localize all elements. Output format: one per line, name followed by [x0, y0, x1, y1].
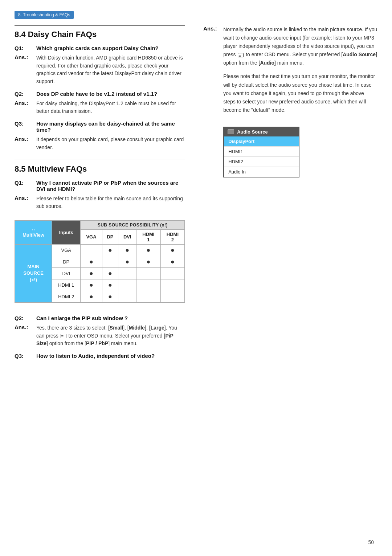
dp-dvi: ●	[118, 256, 136, 267]
section-84-title: 8.4 Daisy Chain FAQs	[15, 30, 185, 39]
page-container: 8. Troubleshooting & FAQs 8.4 Daisy Chai…	[0, 0, 392, 556]
vga-hdmi1: ●	[136, 244, 160, 256]
q3-text: How many displays can be daisy-chained a…	[36, 120, 185, 133]
sub-source-header: SUB SOURCE POSSIBILITY (x!)	[81, 220, 185, 229]
page-number: 50	[368, 539, 374, 545]
a1-text: With Daisy chain function, AMD graphic c…	[36, 54, 185, 86]
qa-row-85-q1: Q1: Why I cannot activate PiP or PbP whe…	[15, 180, 185, 192]
audio-source-item-hdmi1[interactable]: HDMI1	[224, 147, 299, 157]
dp-dp	[102, 256, 118, 267]
qa-block-85-q2: Q2: Can I enlarge the PiP sub window ? A…	[15, 315, 185, 348]
right-ans-label: Ans.:	[203, 25, 223, 119]
qa-block-84-q1: Q1: Which graphic cards can support Dais…	[15, 45, 185, 86]
dvi-hdmi2	[160, 267, 185, 279]
multiview-table: ↔ MultiView Inputs SUB SOURCE POSSIBILIT…	[15, 220, 185, 303]
dp-vga: ●	[81, 256, 102, 267]
audio-icon	[228, 129, 234, 134]
right-column: Ans.: Normally the audio source is linke…	[196, 25, 377, 364]
vga-dvi: ●	[118, 244, 136, 256]
hdmi1-dp: ●	[102, 279, 118, 291]
qa-row-q1: Q1: Which graphic cards can support Dais…	[15, 45, 185, 51]
audio-source-widget: Audio Source DisplayPort HDMI1 HDMI2 Aud…	[223, 127, 299, 177]
qa-row-85-q3: Q3: How to listen to Audio, independent …	[15, 353, 185, 359]
hdmi1-hdmi2	[160, 279, 185, 291]
qa-row-q2: Q2: Does DP cable have to be v1.2 instea…	[15, 91, 185, 97]
qa-row-85-a1: Ans.: Please refer to below table for th…	[15, 195, 185, 210]
two-column-layout: 8.4 Daisy Chain FAQs Q1: Which graphic c…	[15, 25, 377, 364]
hdmi1-vga: ●	[81, 279, 102, 291]
inputs-header: Inputs	[52, 220, 81, 244]
q3-label: Q3:	[15, 120, 36, 133]
a85-1-text: Please refer to below table for the main…	[36, 195, 185, 210]
row-hdmi1-label: HDMI 1	[52, 279, 81, 291]
audio-source-header: Audio Source	[224, 127, 299, 136]
hdmi2-vga: ●	[81, 291, 102, 302]
row-dvi-label: DVI	[52, 267, 81, 279]
audio-widget-wrapper: Audio Source DisplayPort HDMI1 HDMI2 Aud…	[223, 127, 377, 177]
section-85-title: 8.5 Multiview FAQs	[15, 164, 185, 174]
hdmi1-dvi	[118, 279, 136, 291]
qa-block-85-q3: Q3: How to listen to Audio, independent …	[15, 353, 185, 359]
q2-label: Q2:	[15, 91, 36, 97]
qa-row-a3: Ans.: It depends on your graphic card, p…	[15, 136, 185, 151]
main-source-cell: MAINSOURCE(x!)	[15, 244, 52, 302]
q85-2-text: Can I enlarge the PiP sub window ?	[36, 315, 185, 321]
qa-block-84-q3: Q3: How many displays can be daisy-chain…	[15, 120, 185, 151]
qa-block-85-q1: Q1: Why I cannot activate PiP or PbP whe…	[15, 180, 185, 210]
audio-source-item-displayport[interactable]: DisplayPort	[224, 136, 299, 147]
q1-label: Q1:	[15, 45, 36, 51]
section-84-header: 8.4 Daisy Chain FAQs	[15, 25, 185, 39]
q85-2-label: Q2:	[15, 315, 36, 321]
col-dvi: DVI	[118, 229, 136, 244]
left-column: 8.4 Daisy Chain FAQs Q1: Which graphic c…	[15, 25, 196, 364]
q85-1-label: Q1:	[15, 180, 36, 192]
q2-text: Does DP cable have to be v1.2 instead of…	[36, 91, 185, 97]
a3-text: It depends on your graphic card, please …	[36, 136, 185, 151]
dp-hdmi1: ●	[136, 256, 160, 267]
audio-source-item-hdmi2[interactable]: HDMI2	[224, 157, 299, 167]
q85-3-label: Q3:	[15, 353, 36, 359]
q1-text: Which graphic cards can support Daisy Ch…	[36, 45, 185, 51]
col-vga: VGA	[81, 229, 102, 244]
a85-2-text: Yes, there are 3 sizes to select: [Small…	[36, 324, 185, 348]
hdmi2-hdmi2	[160, 291, 185, 302]
hdmi1-hdmi1	[136, 279, 160, 291]
audio-source-title: Audio Source	[237, 129, 268, 135]
qa-row-85-a2: Ans.: Yes, there are 3 sizes to select: …	[15, 324, 185, 348]
hdmi2-dp: ●	[102, 291, 118, 302]
breadcrumb: 8. Troubleshooting & FAQs	[15, 11, 74, 19]
dvi-vga: ●	[81, 267, 102, 279]
col-dp: DP	[102, 229, 118, 244]
hdmi2-hdmi1	[136, 291, 160, 302]
qa-row-85-q2: Q2: Can I enlarge the PiP sub window ?	[15, 315, 185, 321]
right-ans-row: Ans.: Normally the audio source is linke…	[203, 25, 377, 119]
row-vga-label: VGA	[52, 244, 81, 256]
a1-label: Ans.:	[15, 54, 36, 86]
dvi-hdmi1	[136, 267, 160, 279]
multiview-cell: ↔ MultiView	[15, 220, 52, 244]
vga-vga	[81, 244, 102, 256]
section-85-header: 8.5 Multiview FAQs	[15, 164, 185, 174]
section-divider-85	[15, 159, 185, 159]
osd-icon	[61, 334, 66, 338]
a3-label: Ans.:	[15, 136, 36, 151]
audio-source-item-audioin[interactable]: Audio In	[224, 167, 299, 177]
q85-1-text: Why I cannot activate PiP or PbP when th…	[36, 180, 185, 192]
dvi-dp: ●	[102, 267, 118, 279]
a85-2-label: Ans.:	[15, 324, 36, 348]
vga-hdmi2: ●	[160, 244, 185, 256]
col-hdmi2: HDMI2	[160, 229, 185, 244]
multiview-table-container: ↔ MultiView Inputs SUB SOURCE POSSIBILIT…	[15, 220, 185, 303]
q85-3-text: How to listen to Audio, independent of v…	[36, 353, 185, 359]
osd-icon-right	[238, 53, 244, 57]
right-ans-text: Normally the audio source is linked to t…	[223, 25, 377, 119]
col-hdmi1: HDMI1	[136, 229, 160, 244]
row-hdmi2-label: HDMI 2	[52, 291, 81, 302]
row-dp-label: DP	[52, 256, 81, 267]
a85-1-label: Ans.:	[15, 195, 36, 210]
a2-label: Ans.:	[15, 100, 36, 115]
dvi-dvi	[118, 267, 136, 279]
hdmi2-dvi	[118, 291, 136, 302]
qa-row-q3: Q3: How many displays can be daisy-chain…	[15, 120, 185, 133]
qa-row-a1: Ans.: With Daisy chain function, AMD gra…	[15, 54, 185, 86]
